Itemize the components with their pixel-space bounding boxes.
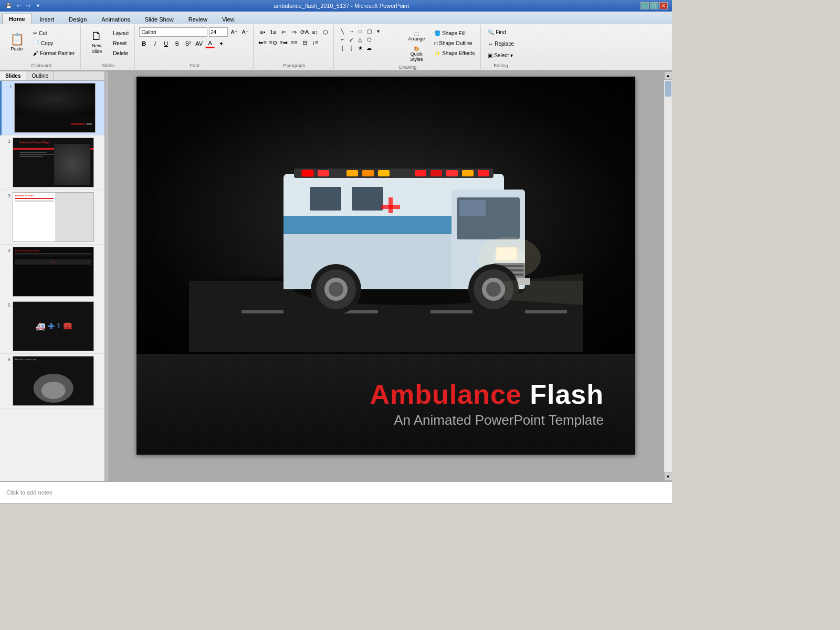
character-spacing-button[interactable]: AV bbox=[194, 39, 204, 48]
shape-elbow-arrow[interactable]: ⌐ bbox=[338, 36, 346, 43]
window-title: ambulance_flash_2010_5137 - Microsoft Po… bbox=[42, 3, 640, 9]
shadow-button[interactable]: S² bbox=[183, 39, 193, 48]
font-size-input[interactable] bbox=[209, 27, 228, 37]
justify-button[interactable]: ≡≡ bbox=[289, 38, 299, 47]
shape-pentagon[interactable]: ⬠ bbox=[365, 36, 373, 43]
align-right-button[interactable]: ≡➡ bbox=[279, 38, 288, 47]
shape-rounded-rect[interactable]: ▢ bbox=[365, 27, 373, 35]
slide-thumbnail-3[interactable]: 3 Animated or Static? bbox=[0, 190, 104, 245]
shape-rect[interactable]: □ bbox=[356, 27, 364, 35]
bullets-button[interactable]: ≡• bbox=[258, 27, 267, 37]
tab-insert[interactable]: Insert bbox=[33, 14, 61, 24]
shape-triangle[interactable]: △ bbox=[356, 36, 364, 43]
scroll-track[interactable] bbox=[665, 80, 672, 472]
tab-animations[interactable]: Animations bbox=[94, 14, 136, 24]
tab-slide-show[interactable]: Slide Show bbox=[138, 14, 181, 24]
numbering-button[interactable]: 1≡ bbox=[268, 27, 278, 37]
mini-ambulance-content: Ambulance Flash bbox=[15, 83, 95, 132]
svg-rect-18 bbox=[318, 170, 329, 176]
shape-effects-button[interactable]: ✨ Shape Effects bbox=[432, 48, 477, 58]
scroll-thumb[interactable] bbox=[665, 81, 671, 97]
clear-format-button[interactable]: ✦ bbox=[216, 39, 226, 48]
align-text-button[interactable]: ≡↕ bbox=[310, 27, 320, 37]
cut-button[interactable]: ✂ Cut bbox=[30, 28, 77, 38]
shape-arrow[interactable]: → bbox=[347, 27, 355, 35]
undo-btn[interactable]: ↩ bbox=[15, 3, 23, 9]
font-color-button[interactable]: A bbox=[205, 39, 215, 48]
slide-thumbnail-4[interactable]: 4 PowerPoint 2010 & 2007... link bbox=[0, 245, 104, 299]
find-icon: 🔍 bbox=[488, 29, 494, 35]
decrease-indent-button[interactable]: ⇐ bbox=[279, 27, 288, 37]
reset-button[interactable]: Reset bbox=[110, 38, 131, 48]
tab-home[interactable]: Home bbox=[2, 14, 32, 24]
customize-btn[interactable]: ▼ bbox=[34, 3, 42, 9]
copy-button[interactable]: 📄 Copy bbox=[30, 38, 77, 48]
tab-slides[interactable]: Slides bbox=[0, 71, 26, 80]
slides-group-content: 🗋 New Slide Layout Reset Delete bbox=[85, 26, 131, 62]
shape-more[interactable]: ▾ bbox=[374, 27, 382, 35]
svg-rect-24 bbox=[446, 170, 458, 176]
scroll-down-button[interactable]: ▼ bbox=[664, 472, 673, 481]
strikethrough-button[interactable]: S bbox=[172, 39, 182, 48]
arrange-button-col: ⬚ Arrange 🎨 Quick Styles bbox=[403, 27, 429, 64]
quick-styles-button[interactable]: 🎨 Quick Styles bbox=[403, 45, 429, 64]
select-button[interactable]: ▣ Select ▾ bbox=[485, 50, 516, 60]
shape-curved-arrow[interactable]: ↙ bbox=[347, 36, 355, 43]
shape-brace[interactable]: { bbox=[338, 44, 346, 51]
find-button[interactable]: 🔍 Find bbox=[485, 27, 508, 37]
arrange-button[interactable]: ⬚ Arrange bbox=[403, 28, 429, 44]
tab-design[interactable]: Design bbox=[62, 14, 93, 24]
paste-button[interactable]: 📋 Paste bbox=[5, 27, 28, 58]
paragraph-group-content: ≡• 1≡ ⇐ ⇒ ⟳A ≡↕ ⬡ ⬅≡ ≡⊙ ≡➡ ≡≡ ⊟ ↕≡ bbox=[258, 26, 330, 62]
line-spacing-button[interactable]: ↕≡ bbox=[310, 38, 320, 47]
italic-button[interactable]: I bbox=[150, 39, 160, 48]
increase-indent-button[interactable]: ⇒ bbox=[289, 27, 299, 37]
svg-rect-2 bbox=[242, 310, 284, 313]
delete-button[interactable]: Delete bbox=[110, 48, 131, 58]
slide-thumbnail-6[interactable]: 6 Alternate Content Page bbox=[0, 354, 104, 408]
underline-button[interactable]: U bbox=[161, 39, 171, 48]
bold-button[interactable]: B bbox=[139, 39, 149, 48]
title-white-part: Flash bbox=[522, 379, 604, 410]
shape-outline-button[interactable]: □ Shape Outline bbox=[432, 38, 477, 48]
decrease-font-size-button[interactable]: A⁻ bbox=[240, 27, 250, 37]
text-direction-button[interactable]: ⟳A bbox=[300, 27, 309, 37]
tab-review[interactable]: Review bbox=[182, 14, 214, 24]
columns-button[interactable]: ⊟ bbox=[300, 38, 309, 47]
slide-edit-area[interactable]: Ambulance Flash An Animated PowerPoint T… bbox=[108, 71, 664, 481]
clipboard-group-label: Clipboard bbox=[31, 62, 51, 68]
drawing-group-label: Drawing bbox=[399, 64, 416, 70]
align-left-button[interactable]: ⬅≡ bbox=[258, 38, 267, 47]
increase-font-size-button[interactable]: A⁺ bbox=[229, 27, 239, 37]
slide-thumbnail-1[interactable]: 1 Ambulance Flash bbox=[0, 81, 104, 135]
slides-group: 🗋 New Slide Layout Reset Delete Slides bbox=[82, 25, 135, 69]
tab-view[interactable]: View bbox=[215, 14, 242, 24]
tab-outline[interactable]: Outline bbox=[26, 71, 54, 80]
smartart-button[interactable]: ⬡ bbox=[321, 27, 330, 37]
mini-content-slide: Animated Content Page bbox=[13, 138, 93, 187]
minimize-button[interactable]: ─ bbox=[640, 2, 649, 9]
new-slide-button[interactable]: 🗋 New Slide bbox=[85, 27, 108, 58]
shape-star[interactable]: ★ bbox=[356, 44, 364, 51]
font-name-input[interactable] bbox=[139, 27, 207, 37]
slide-thumbnail-2[interactable]: 2 Animated Content Page bbox=[0, 135, 104, 190]
redo-btn[interactable]: ↪ bbox=[25, 3, 32, 9]
notes-area[interactable]: Click to add notes bbox=[0, 481, 672, 503]
shape-line[interactable]: ╲ bbox=[338, 27, 346, 35]
shape-fill-button[interactable]: 🪣 Shape Fill bbox=[432, 28, 477, 38]
shape-cloud[interactable]: ☁ bbox=[365, 44, 373, 51]
save-btn[interactable]: 💾 bbox=[4, 3, 13, 9]
shape-bracket[interactable]: [ bbox=[347, 44, 355, 51]
close-button[interactable]: ✕ bbox=[659, 2, 668, 9]
vertical-scrollbar[interactable]: ▲ ▼ bbox=[664, 71, 672, 481]
editing-group: 🔍 Find ↔ Replace ▣ Select ▾ Editing bbox=[482, 25, 520, 69]
scroll-up-button[interactable]: ▲ bbox=[664, 71, 673, 80]
format-painter-button[interactable]: 🖌 Format Painter bbox=[30, 48, 77, 58]
slide-thumbnail-5[interactable]: 5 🚑 ✚ ⚕ 🧰 bbox=[0, 299, 104, 354]
maximize-button[interactable]: □ bbox=[650, 2, 658, 9]
slide-title-area: Ambulance Flash An Animated PowerPoint T… bbox=[136, 354, 635, 455]
replace-button[interactable]: ↔ Replace bbox=[485, 39, 517, 48]
paragraph-align-row: ⬅≡ ≡⊙ ≡➡ ≡≡ ⊟ ↕≡ bbox=[258, 38, 320, 47]
layout-button[interactable]: Layout bbox=[110, 28, 131, 38]
align-center-button[interactable]: ≡⊙ bbox=[268, 38, 278, 47]
